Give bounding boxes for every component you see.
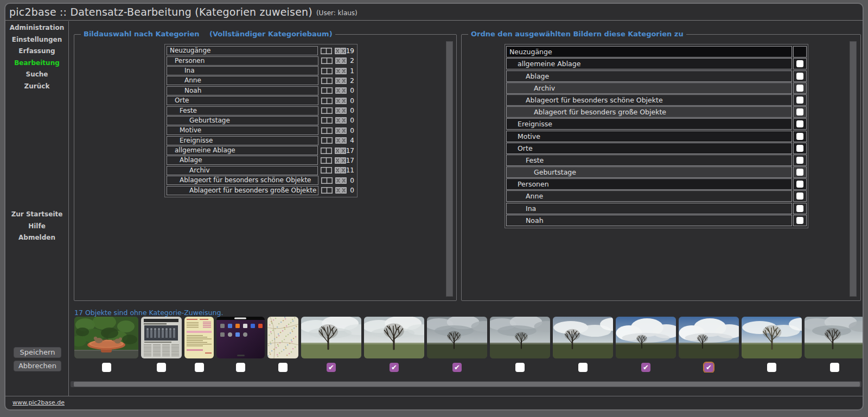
assign-category-checkbox[interactable] <box>796 73 803 80</box>
thumbnail-checkbox[interactable] <box>278 363 288 372</box>
category-ina[interactable]: Ina <box>167 66 318 75</box>
category-allgemeine-ablage[interactable]: allgemeine Ablage <box>167 146 318 155</box>
assign-category-checkbox[interactable] <box>796 217 803 224</box>
assign-category-checkbox[interactable] <box>796 133 803 140</box>
select-images-icon[interactable] <box>321 87 333 94</box>
thumbnail-checkbox[interactable] <box>102 363 111 372</box>
deselect-images-icon[interactable] <box>335 57 347 64</box>
select-images-icon[interactable] <box>321 137 333 144</box>
sidebar-item-bearbeitung[interactable]: Bearbeitung <box>5 57 68 69</box>
thumbnail-tree[interactable] <box>364 317 424 358</box>
thumbnail-newspaper[interactable] <box>141 317 182 358</box>
deselect-images-icon[interactable] <box>335 68 347 74</box>
sidebar-item-zurück[interactable]: Zurück <box>5 81 68 93</box>
deselect-images-icon[interactable] <box>335 177 347 184</box>
cancel-button[interactable]: Abbrechen <box>14 361 61 371</box>
assign-category-checkbox[interactable] <box>796 169 803 176</box>
thumbnail-desktop[interactable] <box>216 317 265 358</box>
select-images-icon[interactable] <box>321 147 332 154</box>
category-motive[interactable]: Motive <box>167 126 318 135</box>
select-images-icon[interactable] <box>321 68 333 74</box>
sidebar-item-einstellungen[interactable]: Einstellungen <box>5 34 68 46</box>
right-panel-scrollbar[interactable] <box>850 41 857 297</box>
deselect-images-icon[interactable] <box>335 137 347 144</box>
select-images-icon[interactable] <box>321 167 332 174</box>
thumbnail-checkbox[interactable] <box>195 363 204 372</box>
assign-category-checkbox[interactable] <box>796 108 803 116</box>
assign-category-checkbox[interactable] <box>796 205 803 212</box>
category-ablage[interactable]: Ablage <box>167 156 318 165</box>
thumbnail-tree[interactable] <box>805 317 863 358</box>
category-feste[interactable]: Feste <box>167 106 318 116</box>
sidebar-item-zur-startseite[interactable]: Zur Startseite <box>5 209 68 221</box>
thumbnail-checkbox[interactable]: ✔ <box>452 363 462 372</box>
thumbnail-checkbox[interactable] <box>515 363 525 372</box>
thumbnail-checkbox[interactable] <box>830 363 839 372</box>
select-images-icon[interactable] <box>321 187 333 194</box>
select-images-icon[interactable] <box>321 98 333 104</box>
thumbnail-tree[interactable] <box>490 317 550 358</box>
select-images-icon[interactable] <box>321 157 332 164</box>
thumbnail-scrollbar[interactable] <box>71 381 861 387</box>
thumbnail-tree[interactable] <box>742 317 802 358</box>
thumbnail-tree[interactable] <box>616 317 676 358</box>
thumbnail-tree[interactable] <box>427 317 487 358</box>
footer-link[interactable]: www.pic2base.de <box>12 399 65 406</box>
select-images-icon[interactable] <box>321 177 333 184</box>
thumbnail-checkbox[interactable] <box>236 363 245 372</box>
select-images-icon[interactable] <box>321 48 332 54</box>
left-panel-scrollbar[interactable] <box>446 41 453 297</box>
sidebar-item-erfassung[interactable]: Erfassung <box>5 46 68 57</box>
deselect-images-icon[interactable] <box>335 78 347 84</box>
assign-category-checkbox[interactable] <box>796 120 803 127</box>
thumbnail-checkbox[interactable]: ✔ <box>390 363 399 372</box>
sidebar-item-administration[interactable]: Administration <box>5 22 68 34</box>
thumbnail-checkbox[interactable]: ✔ <box>704 363 713 372</box>
thumbnail-scrollbar-thumb[interactable] <box>74 382 860 387</box>
sidebar-item-abmelden[interactable]: Abmelden <box>5 232 68 244</box>
thumbnail-tree[interactable] <box>679 317 739 358</box>
sidebar-item-suche[interactable]: Suche <box>5 69 68 81</box>
deselect-images-icon[interactable] <box>335 167 346 174</box>
assign-category-checkbox[interactable] <box>796 97 803 104</box>
thumbnail-checkbox[interactable] <box>578 363 588 372</box>
deselect-images-icon[interactable] <box>335 187 347 194</box>
category-orte[interactable]: Orte <box>167 96 318 105</box>
thumbnail-checkbox[interactable]: ✔ <box>641 363 650 372</box>
select-images-icon[interactable] <box>321 78 333 84</box>
assign-category-checkbox[interactable] <box>796 145 803 152</box>
thumbnail-tree[interactable] <box>553 317 613 358</box>
deselect-images-icon[interactable] <box>335 157 346 164</box>
deselect-images-icon[interactable] <box>335 107 347 114</box>
thumbnail-checkbox[interactable] <box>767 363 776 372</box>
assign-category-checkbox[interactable] <box>796 157 803 164</box>
category-ablageort-für-besonders-große-objekte[interactable]: Ablageort für besonders große Objekte <box>167 186 318 195</box>
category-ablageort-für-besonders-schöne-objekte[interactable]: Ablageort für besonders schöne Objekte <box>167 176 318 185</box>
select-images-icon[interactable] <box>321 117 333 124</box>
assign-category-checkbox[interactable] <box>796 193 803 200</box>
assign-category-checkbox[interactable] <box>796 181 803 188</box>
sidebar-item-hilfe[interactable]: Hilfe <box>5 221 68 233</box>
assign-category-checkbox[interactable] <box>796 85 803 92</box>
category-noah[interactable]: Noah <box>167 86 318 95</box>
thumbnail-checkbox[interactable]: ✔ <box>327 363 336 372</box>
thumbnail-checkbox[interactable] <box>157 363 166 372</box>
category-personen[interactable]: Personen <box>167 56 318 66</box>
category-neuzugänge[interactable]: Neuzugänge <box>167 46 318 55</box>
deselect-images-icon[interactable] <box>335 87 347 94</box>
deselect-images-icon[interactable] <box>335 48 346 54</box>
deselect-images-icon[interactable] <box>335 127 347 134</box>
category-anne[interactable]: Anne <box>167 76 318 85</box>
deselect-images-icon[interactable] <box>335 98 347 104</box>
select-images-icon[interactable] <box>321 127 333 134</box>
assign-category-checkbox[interactable] <box>796 60 803 67</box>
thumbnail-map[interactable] <box>267 317 298 358</box>
deselect-images-icon[interactable] <box>335 117 347 124</box>
select-images-icon[interactable] <box>321 57 333 64</box>
category-geburtstage[interactable]: Geburtstage <box>167 116 318 125</box>
category-archiv[interactable]: Archiv <box>167 166 318 175</box>
thumbnail-bird-bath[interactable] <box>74 317 138 358</box>
save-button[interactable]: Speichern <box>14 347 61 358</box>
select-images-icon[interactable] <box>321 107 333 114</box>
category-ereignisse[interactable]: Ereignisse <box>167 136 318 145</box>
